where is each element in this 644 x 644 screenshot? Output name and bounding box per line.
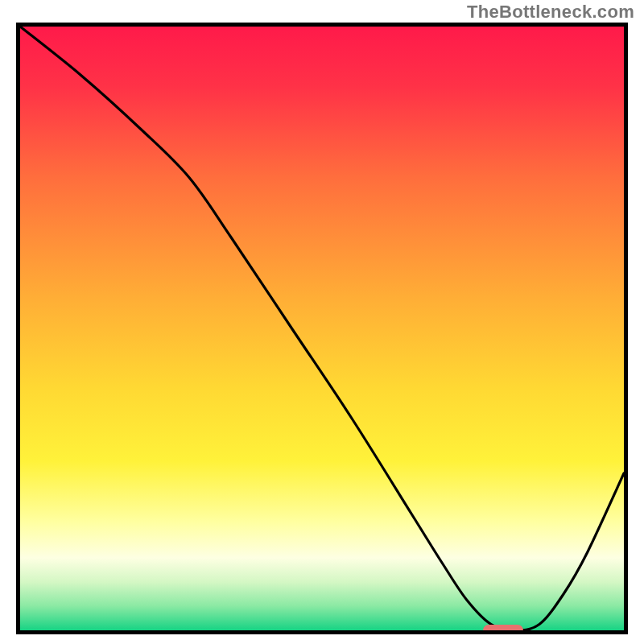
- plot-background: [20, 27, 624, 630]
- optimal-marker: [483, 625, 523, 634]
- plot-svg: [20, 27, 624, 630]
- plot-frame: [16, 23, 628, 634]
- plot-area: [20, 27, 624, 630]
- chart-container: TheBottleneck.com: [0, 0, 644, 644]
- watermark-text: TheBottleneck.com: [467, 2, 634, 23]
